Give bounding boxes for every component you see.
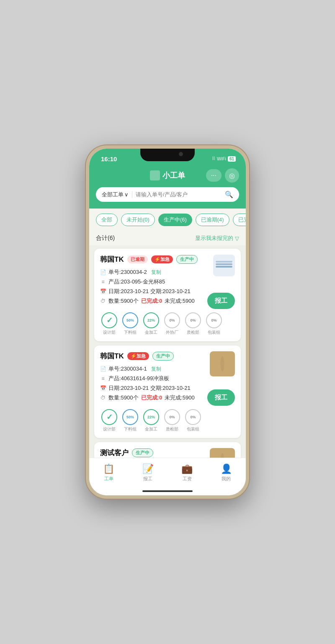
progress-design-1: ✓ 设计部 (100, 312, 119, 335)
nav-profile[interactable]: 👤 我的 (214, 464, 239, 482)
orders-list: 韩国TK 已逾期 ⚡加急 生产中 📄 单号:2300034-2 复制 ≡ (89, 245, 246, 458)
progress-circle-pack-2: 0% (185, 409, 201, 425)
tab-all[interactable]: 全部 (96, 214, 118, 226)
home-bar (142, 490, 193, 492)
product-icon-1: ≡ (100, 279, 106, 285)
date-label-2: 日期:2023-10-21 交期:2023-10-21 (108, 384, 191, 392)
copy-btn-2[interactable]: 复制 (151, 366, 161, 373)
report-btn-1[interactable]: 报工 (207, 293, 235, 309)
badge-urgent-1: ⚡加急 (151, 255, 173, 263)
quantity-label-1: 数量:5900个 (108, 297, 139, 305)
progress-outsource-1: 0% 外协厂 (163, 312, 181, 335)
calendar-icon-1: 📅 (100, 289, 106, 294)
summary-row: 合计(6) 显示我未报完的 ▽ (89, 231, 246, 245)
filter-tabs: 全部 未开始(0) 生产中(6) 已逾期(4) 已完成( (89, 209, 246, 231)
order-image-1 (213, 255, 235, 276)
summary-filter-btn[interactable]: 显示我未报完的 ▽ (195, 234, 239, 242)
card-info-2: 📄 单号:2300034-1 复制 ≡ 产品:40631614-99冲浪板 📅 … (100, 365, 203, 402)
date-row-2: 📅 日期:2023-10-21 交期:2023-10-21 (100, 384, 203, 392)
card-info-1: 📄 单号:2300034-2 复制 ≡ 产品:203-095-金光杯85 📅 日… (100, 268, 203, 305)
completed-label-2: 已完成:0 (141, 394, 162, 402)
progress-metal-1: 22% 金加工 (142, 312, 160, 335)
header-title: 小工单 (150, 170, 185, 180)
product-label-1: 产品:203-095-金光杯85 (108, 278, 165, 286)
order-card-2: 韩国TK ⚡加急 生产中 📄 单号:2300034-1 复制 ≡ 产品:4063… (94, 345, 241, 438)
scan-button[interactable]: ◎ (225, 168, 239, 183)
scan-icon: ◎ (229, 172, 235, 180)
orders-label: 工单 (104, 476, 113, 482)
nav-report[interactable]: 📝 报工 (135, 464, 160, 482)
product-label-2: 产品:40631614-99冲浪板 (108, 375, 169, 382)
battery-icon: 61 (228, 156, 236, 162)
doc-icon-2: 📄 (100, 366, 106, 372)
status-time: 16:10 (101, 155, 117, 162)
progress-cutting-1: 50% 下料组 (121, 312, 139, 335)
progress-row-2: ✓ 设计部 50% 下料组 22% 金加工 (100, 409, 235, 432)
uncompleted-label-1: 未完成:5900 (165, 297, 195, 305)
date-label-1: 日期:2023-10-21 交期:2023-10-21 (108, 288, 191, 295)
camera (179, 152, 183, 156)
search-filter[interactable]: 全部工单 ∨ (102, 191, 129, 198)
clock-icon-2: ⏱ (100, 395, 106, 401)
uncompleted-label-2: 未完成:5900 (165, 394, 195, 402)
report-icon: 📝 (142, 464, 154, 474)
progress-circle-qc-1: 0% (185, 312, 201, 328)
quantity-row-1: ⏱ 数量:5900个 已完成:0 未完成:5900 (100, 297, 203, 305)
profile-icon: 👤 (221, 464, 232, 474)
wifi-icon: WiFi (217, 156, 226, 161)
svg-rect-0 (216, 263, 232, 265)
tab-producing[interactable]: 生产中(6) (158, 214, 192, 226)
doc-icon-1: 📄 (100, 269, 106, 275)
customer-name-2: 韩国TK (100, 351, 124, 361)
customer-name-1: 韩国TK (100, 255, 124, 264)
progress-cutting-2: 50% 下料组 (121, 409, 139, 432)
report-btn-2[interactable]: 报工 (207, 389, 235, 406)
product-row-1: ≡ 产品:203-095-金光杯85 (100, 278, 203, 286)
progress-circle-metal-1: 22% (143, 312, 159, 328)
progress-circle-metal-2: 22% (143, 409, 159, 425)
bottom-nav: 📋 工单 📝 报工 💼 工资 👤 我的 (89, 458, 246, 487)
badge-overdue-1: 已逾期 (127, 255, 148, 263)
svg-point-4 (221, 356, 224, 371)
badge-producing-3: 生产中 (132, 448, 153, 457)
clock-icon-1: ⏱ (100, 298, 106, 304)
report-label: 报工 (143, 476, 152, 482)
search-bar: 全部工单 ∨ 🔍 (96, 187, 239, 202)
calendar-icon-2: 📅 (100, 385, 106, 391)
nav-orders[interactable]: 📋 工单 (96, 464, 121, 482)
order-image-3 (210, 448, 235, 458)
progress-row-1: ✓ 设计部 50% 下料组 22% 金加工 (100, 312, 235, 335)
card-header-1: 韩国TK 已逾期 ⚡加急 生产中 (100, 255, 203, 264)
tab-overdue[interactable]: 已逾期(4) (196, 214, 229, 226)
progress-pack-2: 0% 包装组 (184, 409, 202, 432)
app-header: 小工单 ··· ◎ (89, 167, 246, 187)
order-image-2 (210, 351, 235, 376)
order-no-row-1: 📄 单号:2300034-2 复制 (100, 268, 203, 276)
salary-label: 工资 (183, 476, 192, 482)
progress-circle-qc-2: 0% (164, 409, 180, 425)
progress-circle-cutting-2: 50% (122, 409, 138, 425)
completed-label-1: 已完成:0 (141, 297, 162, 305)
filter-icon: ▽ (235, 235, 239, 242)
search-icon[interactable]: 🔍 (225, 191, 233, 198)
home-indicator (89, 487, 246, 495)
search-input[interactable] (136, 191, 222, 198)
tab-not-started[interactable]: 未开始(0) (121, 214, 155, 226)
nav-salary[interactable]: 💼 工资 (175, 464, 200, 482)
progress-circle-design-1: ✓ (101, 312, 117, 328)
tab-completed[interactable]: 已完成( (233, 214, 246, 226)
card-header-3: 测试客户 生产中 (100, 448, 206, 458)
progress-circle-cutting-1: 50% (122, 312, 138, 328)
order-no-label-1: 单号:2300034-2 (108, 268, 147, 276)
salary-icon: 💼 (181, 464, 193, 474)
search-divider (132, 191, 132, 198)
progress-metal-2: 22% 金加工 (142, 409, 160, 432)
copy-btn-1[interactable]: 复制 (151, 269, 161, 276)
more-button[interactable]: ··· (206, 169, 222, 182)
notch (140, 149, 195, 161)
product-row-2: ≡ 产品:40631614-99冲浪板 (100, 375, 203, 382)
status-icons: ⠿ WiFi 61 (212, 156, 236, 162)
product-icon-2: ≡ (100, 376, 106, 381)
order-no-label-2: 单号:2300034-1 (108, 365, 147, 373)
svg-rect-1 (216, 266, 232, 268)
